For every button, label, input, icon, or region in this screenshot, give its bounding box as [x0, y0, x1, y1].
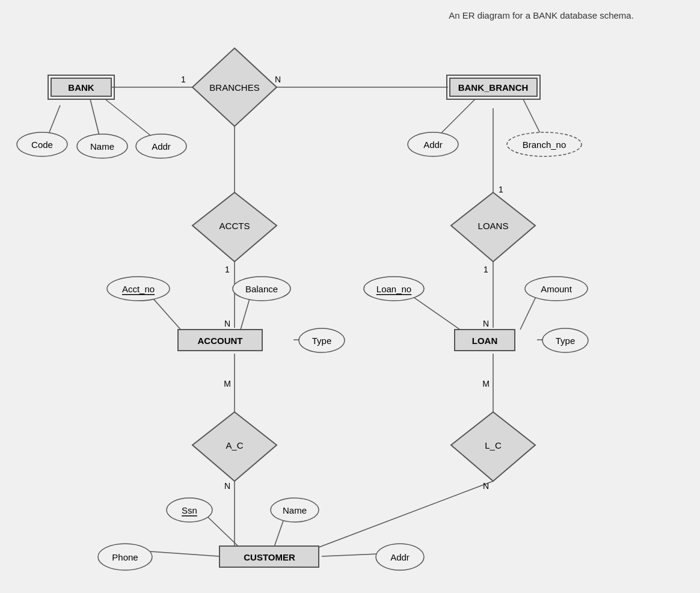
attribute-bb-addr: Addr	[408, 132, 458, 156]
connector-bank-code	[48, 105, 60, 135]
attribute-account-type: Type	[299, 328, 345, 352]
relationship-ac: A_C	[192, 412, 277, 481]
relationship-accts: ACCTS	[192, 192, 277, 262]
relationship-lc: L_C	[451, 412, 535, 481]
attribute-bb-addr-label: Addr	[423, 140, 443, 150]
connector-bb-addr	[439, 99, 475, 135]
connector-bank-name	[90, 99, 99, 135]
attribute-loan-type: Type	[542, 328, 588, 352]
attribute-acct-no: Acct_no	[107, 277, 170, 301]
attribute-bank-code: Code	[17, 132, 67, 156]
card-lc-m-loan: M	[482, 379, 490, 389]
relationship-lc-label: L_C	[485, 440, 502, 450]
attribute-bank-addr: Addr	[136, 134, 186, 158]
attribute-loan-type-label: Type	[556, 336, 576, 346]
caption: An ER diagram for a BANK database schema…	[449, 10, 634, 20]
relationship-branches: BRANCHES	[192, 48, 277, 126]
attribute-cust-addr-label: Addr	[390, 552, 410, 562]
entity-loan: LOAN	[455, 330, 515, 351]
attribute-loan-no-label: Loan_no	[376, 284, 411, 294]
attribute-bank-code-label: Code	[31, 140, 53, 150]
attribute-cust-phone: Phone	[98, 544, 152, 570]
entity-account: ACCOUNT	[178, 330, 262, 351]
attribute-ssn-label: Ssn	[182, 505, 197, 515]
entity-bank-branch-label: BANK_BRANCH	[458, 82, 529, 93]
attribute-cust-name-label: Name	[283, 505, 307, 515]
card-accts-1: 1	[225, 265, 230, 274]
entity-account-label: ACCOUNT	[198, 336, 243, 346]
card-accts-n: N	[224, 319, 230, 328]
card-ac-n-customer: N	[224, 481, 230, 491]
attribute-ssn: Ssn	[167, 498, 212, 522]
attribute-amount-label: Amount	[541, 284, 573, 294]
attribute-cust-name: Name	[271, 498, 319, 522]
attribute-bank-name: Name	[77, 134, 127, 158]
attribute-balance-label: Balance	[245, 284, 278, 294]
attribute-balance: Balance	[233, 277, 290, 301]
card-loans-n: N	[483, 319, 489, 328]
relationship-loans: LOANS	[451, 192, 535, 262]
entity-customer-label: CUSTOMER	[244, 552, 295, 562]
attribute-cust-phone-label: Phone	[112, 552, 138, 562]
attribute-bank-addr-label: Addr	[152, 141, 171, 152]
relationship-branches-label: BRANCHES	[209, 82, 259, 93]
attribute-cust-addr: Addr	[376, 544, 424, 570]
card-loans-1: 1	[484, 265, 488, 274]
entity-bank-label: BANK	[68, 82, 94, 93]
relationship-loans-label: LOANS	[478, 221, 509, 231]
entity-bank: BANK	[48, 75, 114, 99]
attribute-account-type-label: Type	[312, 336, 332, 346]
card-bankbranch-loans-1: 1	[499, 185, 503, 194]
connector-bank-addr	[105, 99, 150, 135]
connector-bb-branchno	[523, 99, 541, 135]
card-lc-n-customer: N	[483, 481, 489, 491]
attribute-amount: Amount	[525, 277, 588, 301]
connector-lc-customer	[319, 481, 493, 547]
attribute-acct-no-label: Acct_no	[122, 284, 155, 294]
attribute-loan-no: Loan_no	[364, 277, 424, 301]
relationship-accts-label: ACCTS	[220, 221, 250, 231]
entity-customer: CUSTOMER	[220, 546, 319, 567]
attribute-bb-branch-no-label: Branch_no	[523, 140, 566, 150]
connector-cust-phone	[150, 552, 220, 556]
attribute-bank-name-label: Name	[90, 141, 114, 152]
entity-bank-branch: BANK_BRANCH	[447, 75, 540, 99]
attribute-bb-branch-no: Branch_no	[507, 132, 582, 156]
card-branches-bankbranch-n: N	[275, 75, 281, 84]
relationship-ac-label: A_C	[226, 440, 243, 450]
card-ac-m-account: M	[224, 379, 231, 389]
entity-loan-label: LOAN	[472, 336, 498, 346]
card-bank-branches-1: 1	[181, 75, 186, 84]
